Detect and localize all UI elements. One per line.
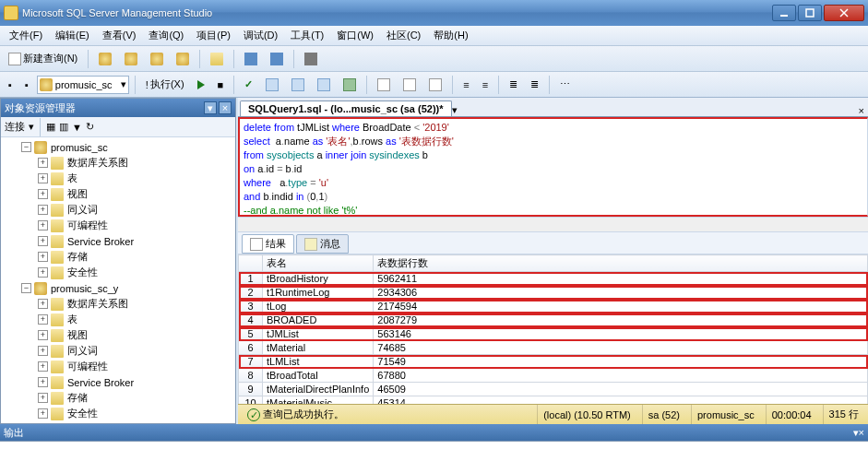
tree-db2[interactable]: −promusic_sc_y xyxy=(1,280,235,296)
tree-service_broker[interactable]: +Service Broker xyxy=(1,233,235,249)
opt3-button[interactable] xyxy=(339,76,361,94)
table-row[interactable]: 3tLog2174594 xyxy=(239,300,868,313)
oe-btn1[interactable]: ▦ xyxy=(46,121,55,133)
new-query-button[interactable]: 新建查询(N) xyxy=(4,49,82,68)
menu-file[interactable]: 文件(F) xyxy=(4,27,48,44)
open2-button[interactable] xyxy=(120,50,142,68)
tree-views-icon xyxy=(51,188,64,201)
tree-db2-views[interactable]: +视图 xyxy=(1,327,235,343)
output-close-button[interactable]: × xyxy=(859,427,864,438)
object-tree[interactable]: −promusic_sc+数据库关系图+表+视图+同义词+可编程性+Servic… xyxy=(1,137,235,423)
sql-editor[interactable]: delete from tJMList where BroadDate < '2… xyxy=(238,117,868,217)
results-tab[interactable]: 结果 xyxy=(242,234,294,254)
output-panel xyxy=(0,441,868,461)
close-button[interactable] xyxy=(824,5,864,21)
opt1-button[interactable] xyxy=(287,76,309,94)
document-tab[interactable]: SQLQuery1.sql - (lo...music_sc (sa (52))… xyxy=(240,100,452,116)
minimize-button[interactable] xyxy=(772,5,796,21)
table-row[interactable]: 2t1RuntimeLog2934306 xyxy=(239,286,868,300)
open3-button[interactable] xyxy=(146,50,168,68)
connect-label[interactable]: 连接 xyxy=(5,120,25,134)
menu-query[interactable]: 查询(Q) xyxy=(143,27,189,44)
opt2-button[interactable] xyxy=(313,76,335,94)
table-row[interactable]: 9tMaterialDirectPlanInfo46509 xyxy=(239,383,868,396)
save-all-button[interactable] xyxy=(266,50,288,68)
tab-close-button[interactable]: × xyxy=(859,105,864,116)
comment-button[interactable]: ≡ xyxy=(458,77,473,93)
tree-db2-security[interactable]: +安全性 xyxy=(1,406,235,421)
main-toolbar: 新建查询(N) xyxy=(0,46,868,72)
tree-security[interactable]: +安全性 xyxy=(1,265,235,280)
table-row[interactable]: 4BROADED2087279 xyxy=(239,313,868,327)
some-btn-2[interactable]: ▪ xyxy=(20,77,33,93)
object-explorer-title: 对象资源管理器 xyxy=(5,101,202,115)
editor-scrollbar[interactable] xyxy=(238,217,868,232)
tree-db2-programmability[interactable]: +可编程性 xyxy=(1,359,235,374)
tree-views[interactable]: +视图 xyxy=(1,186,235,202)
tree-db2-diagrams[interactable]: +数据库关系图 xyxy=(1,296,235,312)
indent-button[interactable]: ≣ xyxy=(505,76,522,93)
tree-db2-service_broker[interactable]: +Service Broker xyxy=(1,374,235,390)
col-rows[interactable]: 表数据行数 xyxy=(374,255,868,272)
results-text-button[interactable] xyxy=(398,76,421,94)
tree-tables[interactable]: +表 xyxy=(1,171,235,186)
panel-close-button[interactable]: × xyxy=(219,101,232,114)
oe-refresh-icon[interactable]: ↻ xyxy=(86,121,94,133)
oe-btn2[interactable]: ▥ xyxy=(59,121,68,133)
tree-security-root-icon xyxy=(18,423,30,424)
tree-db1-icon xyxy=(34,141,47,154)
uncomment-button[interactable]: ≡ xyxy=(478,77,493,93)
open4-button[interactable] xyxy=(172,50,194,68)
debug-play-button[interactable] xyxy=(193,77,209,92)
oe-filter-icon[interactable]: ▼ xyxy=(72,122,82,133)
output-panel-title: 输出 xyxy=(4,426,24,440)
parse-button[interactable]: ✓ xyxy=(240,76,257,93)
menu-view[interactable]: 查看(V) xyxy=(97,27,142,44)
save-button[interactable] xyxy=(240,50,262,68)
tree-db2-storage[interactable]: +存储 xyxy=(1,390,235,406)
tree-programmability[interactable]: +可编程性 xyxy=(1,218,235,233)
open-button[interactable] xyxy=(94,50,116,68)
col-name[interactable]: 表名 xyxy=(263,255,374,272)
table-row[interactable]: 8tBroadTotal67880 xyxy=(239,369,868,383)
activity-button[interactable] xyxy=(300,50,322,68)
tree-db1[interactable]: −promusic_sc xyxy=(1,139,235,155)
menu-window[interactable]: 窗口(W) xyxy=(331,27,379,44)
status-rowcount: 315 行 xyxy=(823,405,864,424)
results-grid[interactable]: 表名 表数据行数 1tBroadHistory59624112t1Runtime… xyxy=(238,254,868,404)
tree-storage[interactable]: +存储 xyxy=(1,249,235,265)
menu-project[interactable]: 项目(P) xyxy=(191,27,236,44)
messages-tab[interactable]: 消息 xyxy=(296,234,349,254)
tree-diagrams[interactable]: +数据库关系图 xyxy=(1,155,235,171)
tree-security-root[interactable]: +安全性 xyxy=(1,421,235,423)
menu-help[interactable]: 帮助(H) xyxy=(428,27,473,44)
panel-dropdown-button[interactable]: ▾ xyxy=(204,101,217,114)
tree-db2-tables[interactable]: +表 xyxy=(1,312,235,327)
execute-button[interactable]: ! 执行(X) xyxy=(141,75,189,94)
table-row[interactable]: 10tMaterialMusic45314 xyxy=(239,396,868,405)
menu-tools[interactable]: 工具(T) xyxy=(285,27,329,44)
table-row[interactable]: 7tLMList71549 xyxy=(239,355,868,369)
tree-db2-synonyms[interactable]: +同义词 xyxy=(1,343,235,359)
stop-button[interactable]: ■ xyxy=(213,77,229,93)
table-row[interactable]: 1tBroadHistory5962411 xyxy=(239,272,868,286)
menu-community[interactable]: 社区(C) xyxy=(381,27,426,44)
tab-dropdown-button[interactable]: ▾ xyxy=(452,104,458,116)
database-selector[interactable]: promusic_sc ▾ xyxy=(37,76,129,94)
query-toolbar: ▪ ▪ promusic_sc ▾ ! 执行(X) ■ ✓ ≡ ≡ ≣ ≣ ⋯ xyxy=(0,72,868,98)
menu-debug[interactable]: 调试(D) xyxy=(238,27,283,44)
tree-diagrams-icon xyxy=(51,157,64,170)
some-btn-1[interactable]: ▪ xyxy=(4,77,17,93)
open-file-button[interactable] xyxy=(206,50,228,68)
menu-edit[interactable]: 编辑(E) xyxy=(50,27,95,44)
tree-synonyms[interactable]: +同义词 xyxy=(1,202,235,218)
messages-icon xyxy=(304,238,317,251)
display-plan-button[interactable] xyxy=(261,76,283,94)
outdent-button[interactable]: ≣ xyxy=(526,76,543,93)
table-row[interactable]: 6tMaterial74685 xyxy=(239,341,868,355)
results-grid-button[interactable] xyxy=(373,76,395,94)
specify-values-button[interactable]: ⋯ xyxy=(555,76,575,93)
table-row[interactable]: 5tJMList563146 xyxy=(239,327,868,341)
results-file-button[interactable] xyxy=(424,76,446,94)
maximize-button[interactable] xyxy=(798,5,822,21)
